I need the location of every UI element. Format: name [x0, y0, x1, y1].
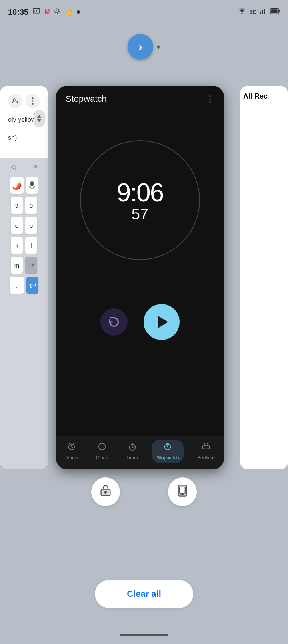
- play-icon: [158, 316, 168, 328]
- keyboard-toolbar-icon2[interactable]: ≡: [34, 163, 38, 171]
- svg-line-25: [68, 443, 70, 444]
- nav-stopwatch-label: Stopwatch: [156, 455, 179, 461]
- svg-point-14: [14, 99, 16, 101]
- svg-rect-13: [279, 10, 280, 12]
- keyboard-row-3: k l: [0, 235, 48, 255]
- svg-point-18: [32, 100, 34, 102]
- stopwatch-icon: [163, 442, 172, 453]
- add-contact-icon[interactable]: [8, 94, 22, 108]
- clock-time-sub: 57: [132, 206, 148, 223]
- svg-rect-31: [203, 446, 210, 449]
- svg-point-6: [242, 13, 243, 14]
- key-9[interactable]: 9: [11, 197, 23, 214]
- nav-clock[interactable]: Clock: [91, 440, 113, 463]
- status-bar: 10:35 M 🤚 5G: [0, 0, 288, 24]
- alarm-icon: [67, 442, 76, 453]
- dropdown-arrow-icon: ▾: [156, 42, 160, 52]
- keyboard-row-5: .: [0, 275, 48, 295]
- phone-menu-icon[interactable]: ⋮: [206, 94, 214, 104]
- clear-all-button[interactable]: Clear all: [95, 580, 193, 608]
- nav-timer-label: Timer: [126, 455, 138, 461]
- signal-icon: [260, 8, 267, 16]
- nav-stopwatch[interactable]: Stopwatch: [152, 440, 184, 463]
- left-card: oly yellow) sh) ◁ ≡ 🌶️ 9 0 o p k: [0, 86, 48, 469]
- center-card: Stopwatch ⋮ 9:06 57 Alarm: [56, 86, 224, 469]
- bottom-nav: Alarm Clock Timer Stopwatch Bedtime: [56, 436, 224, 469]
- nav-alarm-label: Alarm: [65, 455, 78, 461]
- keyboard-toolbar-icon1[interactable]: ◁: [10, 162, 16, 171]
- clock-container: 9:06 57: [56, 108, 224, 292]
- key-l[interactable]: l: [25, 237, 37, 254]
- below-cards-actions: [91, 477, 197, 506]
- status-right: 5G: [238, 8, 280, 16]
- key-backspace[interactable]: [25, 257, 37, 274]
- home-indicator: [120, 634, 168, 636]
- clock-circle: 9:06 57: [80, 140, 200, 260]
- key-m[interactable]: m: [11, 257, 23, 274]
- clock-icon: [98, 442, 106, 453]
- battery-icon: [270, 8, 280, 16]
- right-card: All Rec: [240, 86, 288, 469]
- chevron-right-icon: ›: [138, 40, 142, 54]
- svg-rect-10: [266, 8, 267, 14]
- status-hand-icon: 🤚: [65, 8, 73, 16]
- key-k[interactable]: k: [11, 237, 23, 254]
- svg-point-17: [32, 97, 34, 99]
- keyboard-row-emoji: 🌶️: [0, 175, 48, 195]
- status-time: 10:35: [8, 8, 28, 17]
- bedtime-icon: [202, 442, 210, 453]
- play-button[interactable]: [144, 304, 180, 340]
- more-options-icon[interactable]: [26, 94, 40, 108]
- svg-rect-8: [262, 10, 263, 14]
- key-emoji[interactable]: 🌶️: [10, 177, 24, 194]
- screenshot-button[interactable]: [168, 477, 197, 506]
- key-dot[interactable]: .: [10, 277, 24, 294]
- status-dot-icon: [77, 10, 80, 14]
- key-0[interactable]: 0: [25, 197, 37, 214]
- switcher-button[interactable]: ›: [128, 34, 153, 60]
- keyboard: ◁ ≡ 🌶️ 9 0 o p k l m .: [0, 158, 48, 469]
- key-enter[interactable]: [26, 277, 38, 294]
- clock-time-main: 9:06: [117, 178, 164, 207]
- phone-topbar: Stopwatch ⋮: [56, 86, 224, 108]
- svg-rect-35: [180, 487, 185, 493]
- left-card-text2: sh): [8, 133, 40, 142]
- nav-clock-label: Clock: [96, 455, 108, 461]
- key-mic[interactable]: [26, 177, 38, 194]
- svg-point-28: [165, 444, 171, 450]
- reset-button[interactable]: [100, 308, 128, 336]
- left-card-top: oly yellow) sh): [0, 86, 48, 158]
- status-left: 10:35 M 🤚: [8, 8, 80, 17]
- nav-bedtime[interactable]: Bedtime: [192, 440, 220, 463]
- svg-rect-7: [260, 12, 261, 14]
- right-card-text: All Rec: [240, 86, 288, 107]
- scroller-widget[interactable]: [34, 110, 45, 127]
- svg-point-5: [55, 9, 60, 14]
- nav-timer[interactable]: Timer: [122, 440, 143, 463]
- lock-icon: [100, 484, 111, 500]
- keyboard-row-1: 9 0: [0, 195, 48, 215]
- status-radio-icon: [54, 8, 61, 17]
- left-card-icons: [5, 91, 43, 111]
- status-phone-icon: [32, 8, 40, 16]
- nav-bedtime-label: Bedtime: [197, 455, 215, 461]
- keyboard-toolbar: ◁ ≡: [0, 158, 48, 175]
- svg-point-19: [32, 103, 34, 105]
- svg-rect-20: [30, 181, 34, 186]
- phone-title: Stopwatch: [66, 94, 107, 104]
- keyboard-row-2: o p: [0, 215, 48, 235]
- screenshot-icon: [177, 484, 188, 500]
- keyboard-row-4: m: [0, 255, 48, 275]
- svg-rect-9: [264, 9, 265, 14]
- svg-line-26: [73, 443, 74, 444]
- wifi-icon: [238, 8, 246, 16]
- svg-point-4: [56, 10, 58, 12]
- lock-screen-button[interactable]: [91, 477, 120, 506]
- nav-alarm[interactable]: Alarm: [60, 440, 82, 463]
- key-o[interactable]: o: [11, 217, 23, 234]
- app-switcher-icon[interactable]: › ▾: [128, 34, 160, 60]
- svg-point-33: [105, 491, 107, 493]
- 5g-icon: 5G: [249, 9, 257, 15]
- controls-area: [56, 292, 224, 352]
- key-p[interactable]: p: [25, 217, 37, 234]
